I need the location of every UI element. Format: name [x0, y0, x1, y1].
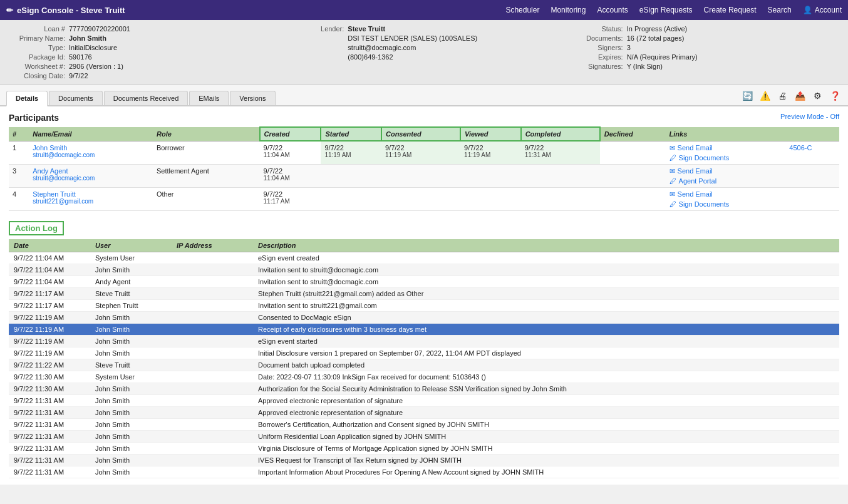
participant-email[interactable]: struitt221@gmail.com: [33, 198, 149, 205]
participant-completed: 9/7/22 11:31 AM: [521, 141, 600, 164]
help-icon[interactable]: ❓: [828, 89, 842, 103]
log-user: John Smith: [90, 430, 172, 442]
log-ip: [172, 359, 253, 371]
nav-accounts[interactable]: Accounts: [597, 6, 628, 14]
signers-value: 3: [627, 44, 631, 51]
log-user: John Smith: [90, 454, 172, 466]
lender-value: Steve Truitt: [348, 25, 385, 33]
participant-extra: [785, 164, 839, 187]
participant-name[interactable]: Andy Agent: [33, 167, 149, 175]
info-col-2: Lender:Steve Truitt DSI TEST LENDER (SAL…: [287, 25, 560, 80]
col-declined: Declined: [600, 127, 666, 141]
log-user: John Smith: [90, 442, 172, 454]
action-log-row: 9/7/22 11:04 AM System User eSign event …: [9, 252, 839, 264]
action-log-row: 9/7/22 11:04 AM John Smith Invitation se…: [9, 264, 839, 275]
tab-details[interactable]: Details: [6, 91, 48, 106]
participant-role: Borrower: [153, 141, 260, 164]
log-description: Approved electronic representation of si…: [253, 406, 839, 418]
expires-label: Expires:: [567, 53, 623, 61]
col-consented: Consented: [381, 127, 460, 141]
participant-consented: [381, 164, 460, 187]
participant-links: ✉ Send Email 🖊 Sign Documents: [666, 141, 786, 164]
signatures-label: Signatures:: [567, 63, 623, 70]
log-ip: [172, 335, 253, 347]
log-date: 9/7/22 11:31 AM: [9, 406, 90, 418]
participant-extra[interactable]: 4506-C: [785, 141, 839, 164]
nav-scheduler[interactable]: Scheduler: [505, 6, 539, 14]
participant-link-1[interactable]: 🖊 Sign Documents: [670, 200, 782, 208]
participant-name-email: Andy Agent struitt@docmagic.com: [29, 164, 153, 187]
tab-emails[interactable]: EMails: [189, 91, 229, 105]
refresh-icon[interactable]: 🔄: [740, 89, 754, 103]
participant-link-0[interactable]: ✉ Send Email: [670, 144, 782, 152]
print-icon[interactable]: 🖨: [775, 89, 789, 103]
log-ip: [172, 466, 253, 478]
export-icon[interactable]: 📤: [793, 89, 807, 103]
log-date: 9/7/22 11:31 AM: [9, 418, 90, 430]
action-log-row: 9/7/22 11:31 AM John Smith Virginia Disc…: [9, 442, 839, 454]
type-value: InitialDisclosure: [69, 44, 117, 51]
participant-link-0[interactable]: ✉ Send Email: [670, 190, 782, 198]
log-description: Invitation sent to struitt221@gmail.com: [253, 299, 839, 311]
account-label: Account: [815, 6, 842, 14]
log-date: 9/7/22 11:31 AM: [9, 394, 90, 406]
action-log-row: 9/7/22 11:19 AM John Smith Initial Discl…: [9, 347, 839, 359]
participant-link-1[interactable]: 🖊 Agent Portal: [670, 177, 782, 185]
log-user: John Smith: [90, 311, 172, 323]
col-extra: [785, 127, 839, 141]
log-user: John Smith: [90, 418, 172, 430]
log-ip: [172, 323, 253, 335]
nav-search[interactable]: Search: [768, 6, 792, 14]
participant-consented: [381, 187, 460, 210]
settings-icon[interactable]: ⚙: [810, 89, 824, 103]
participant-email[interactable]: struitt@docmagic.com: [33, 175, 149, 182]
log-col-date: Date: [9, 239, 90, 252]
action-log-row: 9/7/22 11:31 AM John Smith Approved elec…: [9, 406, 839, 418]
log-ip: [172, 383, 253, 394]
nav-monitoring[interactable]: Monitoring: [551, 6, 586, 14]
log-ip: [172, 275, 253, 287]
participant-declined: [600, 187, 666, 210]
participant-link-1[interactable]: 🖊 Sign Documents: [670, 154, 782, 162]
log-date: 9/7/22 11:31 AM: [9, 430, 90, 442]
log-ip: [172, 454, 253, 466]
worksheet-label: Worksheet #:: [9, 63, 65, 70]
log-user: Stephen Truitt: [90, 299, 172, 311]
log-ip: [172, 264, 253, 275]
info-col-3: Status:In Progress (Active) Documents:16…: [567, 25, 839, 80]
loan-label: Loan #: [9, 25, 65, 33]
action-log-row: 9/7/22 11:30 AM John Smith Authorization…: [9, 383, 839, 394]
log-user: Steve Truitt: [90, 287, 172, 299]
action-log-row: 9/7/22 11:31 AM John Smith Uniform Resid…: [9, 430, 839, 442]
log-ip: [172, 347, 253, 359]
participant-num: 1: [9, 141, 29, 164]
log-user: Andy Agent: [90, 275, 172, 287]
log-date: 9/7/22 11:31 AM: [9, 466, 90, 478]
nav-create-request[interactable]: Create Request: [704, 6, 757, 14]
col-started: Started: [321, 127, 381, 141]
participant-email[interactable]: struitt@docmagic.com: [33, 152, 149, 158]
log-user: John Smith: [90, 383, 172, 394]
log-date: 9/7/22 11:17 AM: [9, 287, 90, 299]
nav-esign-requests[interactable]: eSign Requests: [639, 6, 693, 14]
action-log-row: 9/7/22 11:17 AM Steve Truitt Stephen Tru…: [9, 287, 839, 299]
col-num: #: [9, 127, 29, 141]
participant-declined: [600, 164, 666, 187]
action-log-row: 9/7/22 11:04 AM Andy Agent Invitation se…: [9, 275, 839, 287]
participant-completed: [521, 164, 600, 187]
sign-icon: 🖊: [670, 177, 676, 185]
tab-versions[interactable]: Versions: [230, 91, 275, 105]
warning-icon[interactable]: ⚠️: [758, 89, 772, 103]
log-user: John Smith: [90, 264, 172, 275]
account-link[interactable]: 👤 Account: [803, 6, 842, 14]
participant-name[interactable]: Stephen Truitt: [33, 190, 149, 198]
log-user: John Smith: [90, 394, 172, 406]
participant-name[interactable]: John Smith: [33, 144, 149, 152]
action-log-section: Action Log Date User IP Address Descript…: [9, 221, 839, 478]
tab-documents[interactable]: Documents: [49, 91, 103, 105]
participant-link-0[interactable]: ✉ Send Email: [670, 167, 782, 175]
primary-name-value: John Smith: [69, 34, 106, 42]
lender-org: DSI TEST LENDER (SALES) (100SALES): [348, 34, 477, 42]
tab-documents-received[interactable]: Documents Received: [104, 91, 189, 105]
preview-mode-toggle[interactable]: Preview Mode - Off: [780, 113, 839, 120]
